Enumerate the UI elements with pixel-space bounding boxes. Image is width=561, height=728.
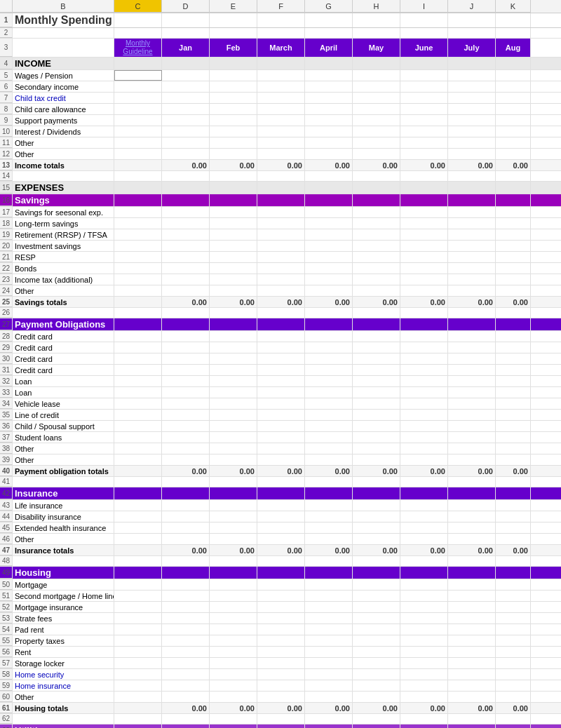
housing-totals-row: 61 Housing totals 0.00 0.00 0.00 0.00 0.…: [0, 703, 561, 714]
income-totals-label: Income totals: [13, 160, 114, 170]
income-label: INCOME: [13, 58, 114, 69]
payment-row-child: 36 Child / Spousal support: [0, 421, 561, 432]
housing-row-rent: 56 Rent: [0, 647, 561, 658]
income-row-secondary: 6 Secondary income: [0, 81, 561, 93]
row-62: 62: [0, 714, 561, 724]
rownum-3: 3: [0, 39, 13, 57]
utilities-section-header: 63 Utilities: [0, 724, 561, 728]
savings-row-other: 24 Other: [0, 285, 561, 297]
march-header: March: [257, 39, 305, 57]
income-total-jul: 0.00: [448, 160, 496, 170]
april-header: April: [305, 39, 353, 57]
childcare-label: Child care allowance: [13, 104, 114, 114]
payment-row-lineofcredit: 35 Line of credit: [0, 410, 561, 421]
savings-totals-label: Savings totals: [13, 297, 114, 307]
col-header-e: E: [210, 0, 257, 13]
housing-row-mortgageinsurance: 52 Mortgage insurance: [0, 602, 561, 613]
investment-label: Investment savings: [13, 241, 114, 251]
title-row: 1 Monthly Spending Planner: [0, 13, 561, 28]
rownum-4: 4: [0, 58, 13, 69]
col-header-row: B C D E F G H I J K: [0, 0, 561, 13]
incometax-label: Income tax (additional): [13, 274, 114, 285]
income-row-wages: 5 Wages / Pension: [0, 70, 561, 81]
row-48: 48: [0, 556, 561, 567]
savings-row-investment: 20 Investment savings: [0, 241, 561, 252]
housing-row-storagelocker: 57 Storage locker: [0, 658, 561, 669]
expenses-section-row: 15 EXPENSES: [0, 182, 561, 194]
payment-label: Payment Obligations: [13, 318, 114, 330]
payment-row-cc4: 31 Credit card: [0, 365, 561, 376]
payment-row-vehiclelease: 34 Vehicle lease: [0, 398, 561, 410]
income-row-other2: 12 Other: [0, 149, 561, 160]
income-row-childcare: 8 Child care allowance: [0, 104, 561, 115]
longterm-label: Long-term savings: [13, 218, 114, 229]
income-total-apr: 0.00: [305, 160, 353, 170]
income-row-interest: 10 Interest / Dividends: [0, 126, 561, 137]
income-total-aug: 0.00: [496, 160, 531, 170]
row-26: 26: [0, 308, 561, 318]
col-header-d: D: [162, 0, 210, 13]
savings-section-header: 16 Savings: [0, 194, 561, 207]
bonds-label: Bonds: [13, 263, 114, 274]
aug-header: Aug: [496, 39, 531, 57]
income-row-childtax: 7 Child tax credit: [0, 93, 561, 104]
payment-row-other2: 39 Other: [0, 454, 561, 466]
resp-label: RESP: [13, 252, 114, 262]
savings-row-longterm: 18 Long-term savings: [0, 218, 561, 229]
income-total-may: 0.00: [353, 160, 400, 170]
income-total-feb: 0.00: [210, 160, 257, 170]
income-other1-label: Other: [13, 137, 114, 148]
insurance-section-header: 42 Insurance: [0, 487, 561, 500]
wages-guideline[interactable]: [114, 70, 162, 81]
housing-row-other: 60 Other: [0, 692, 561, 703]
seasonal-label: Savings for seesonal exp.: [13, 207, 114, 217]
feb-header: Feb: [210, 39, 257, 57]
june-header: June: [400, 39, 448, 57]
payment-totals-label: Payment obligation totals: [13, 466, 114, 476]
col-header-f: F: [257, 0, 305, 13]
income-total-mar: 0.00: [257, 160, 305, 170]
housing-row-2ndmortgage: 51 Second mortgage / Home line of credit: [0, 591, 561, 602]
payment-row-cc2: 29 Credit card: [0, 342, 561, 353]
spreadsheet: B C D E F G H I J K 1 Monthly Spending P…: [0, 0, 561, 728]
savings-row-rrsp: 19 Retirement (RRSP) / TFSA: [0, 229, 561, 241]
insurance-totals-row: 47 Insurance totals 0.00 0.00 0.00 0.00 …: [0, 545, 561, 556]
insurance-row-disability: 44 Disability insurance: [0, 511, 561, 523]
income-totals-row: 13 Income totals 0.00 0.00 0.00 0.00 0.0…: [0, 160, 561, 171]
insurance-totals-label: Insurance totals: [13, 545, 114, 555]
wages-label: Wages / Pension: [13, 70, 114, 81]
july-header: July: [448, 39, 496, 57]
housing-row-propertytaxes: 55 Property taxes: [0, 635, 561, 647]
savings-totals-row: 25 Savings totals 0.00 0.00 0.00 0.00 0.…: [0, 297, 561, 308]
savings-label: Savings: [13, 194, 114, 206]
housing-totals-label: Housing totals: [13, 703, 114, 713]
housing-section-header: 49 Housing: [0, 567, 561, 579]
insurance-row-life: 43 Life insurance: [0, 500, 561, 511]
col-header-g: G: [305, 0, 353, 13]
support-label: Support payments: [13, 115, 114, 126]
col-header-i: I: [400, 0, 448, 13]
row-41: 41: [0, 477, 561, 487]
insurance-row-other: 46 Other: [0, 534, 561, 545]
rrsp-label: Retirement (RRSP) / TFSA: [13, 229, 114, 240]
income-total-guideline: [114, 160, 162, 170]
spreadsheet-title: Monthly Spending Planner: [13, 13, 114, 27]
secondary-label: Secondary income: [13, 81, 114, 92]
col-header-j: J: [448, 0, 496, 13]
row-14: 14: [0, 171, 561, 182]
payment-row-cc1: 28 Credit card: [0, 331, 561, 342]
interest-label: Interest / Dividends: [13, 126, 114, 137]
income-row-other1: 11 Other: [0, 137, 561, 149]
income-total-jun: 0.00: [400, 160, 448, 170]
childtax-label: Child tax credit: [13, 93, 114, 103]
guideline-header[interactable]: Monthly Guideline: [114, 39, 162, 57]
month-header-row: 3 Monthly Guideline Jan Feb March April …: [0, 39, 561, 58]
col-header-c: C: [114, 0, 162, 13]
housing-row-mortgage: 50 Mortgage: [0, 579, 561, 591]
payment-row-cc3: 30 Credit card: [0, 353, 561, 365]
payment-row-loan1: 32 Loan: [0, 376, 561, 387]
housing-row-stratefees: 53 Strate fees: [0, 613, 561, 624]
savings-other-label: Other: [13, 285, 114, 296]
savings-row-resp: 21 RESP: [0, 252, 561, 263]
row-2: 2: [0, 28, 561, 39]
